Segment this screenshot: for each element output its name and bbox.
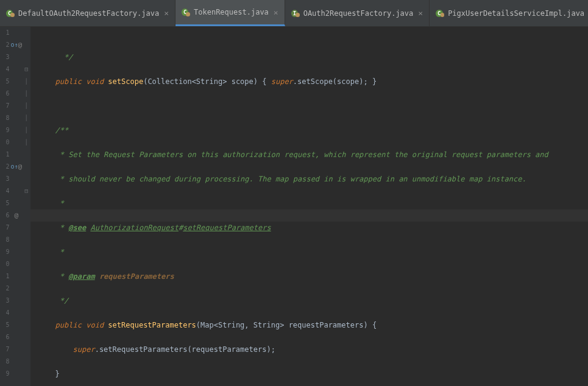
override-icon[interactable]: o↑	[11, 39, 18, 51]
gutter-marks: o↑@ o↑@ @	[11, 27, 23, 386]
code-area[interactable]: */ public void setScope(Collection<Strin…	[30, 27, 588, 386]
tab-oauth2-request-factory[interactable]: I OAuth2RequestFactory.java ×	[285, 0, 430, 26]
tab-label: DefaultOAuth2RequestFactory.java	[18, 9, 159, 18]
java-class-icon: C	[182, 8, 190, 16]
editor-tabs: C DefaultOAuth2RequestFactory.java × C T…	[0, 0, 588, 27]
close-icon[interactable]: ×	[418, 9, 423, 18]
line-numbers: 123 456 789 012 345 678 901 234 567 89	[0, 27, 11, 386]
java-interface-icon: I	[291, 9, 300, 18]
annotation-icon: @	[18, 161, 23, 173]
annotation-icon: @	[15, 209, 19, 222]
close-icon[interactable]: ×	[274, 8, 278, 17]
tab-label: TokenRequest.java	[194, 8, 269, 16]
close-icon[interactable]: ×	[164, 9, 169, 18]
tab-default-oauth2-request-factory[interactable]: C DefaultOAuth2RequestFactory.java ×	[0, 0, 175, 26]
annotation-icon: @	[18, 39, 23, 51]
tab-token-request[interactable]: C TokenRequest.java ×	[175, 0, 285, 26]
tab-pigx-user-details[interactable]: C PigxUserDetailsServiceImpl.java ×	[430, 0, 588, 26]
tab-label: PigxUserDetailsServiceImpl.java	[448, 9, 584, 18]
java-class-icon: C	[6, 9, 15, 18]
tab-label: OAuth2RequestFactory.java	[303, 9, 414, 18]
override-icon[interactable]: o↑	[11, 161, 18, 173]
java-class-icon: C	[436, 9, 444, 18]
code-editor[interactable]: 123 456 789 012 345 678 901 234 567 89 o…	[0, 27, 588, 386]
fold-column[interactable]	[22, 27, 30, 386]
